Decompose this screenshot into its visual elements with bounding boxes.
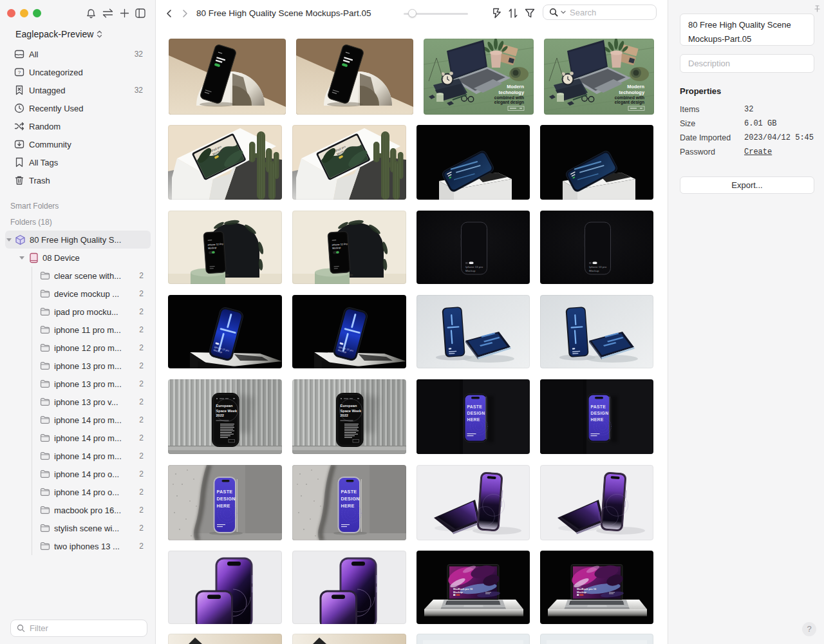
svg-text:?: ? bbox=[18, 70, 21, 75]
